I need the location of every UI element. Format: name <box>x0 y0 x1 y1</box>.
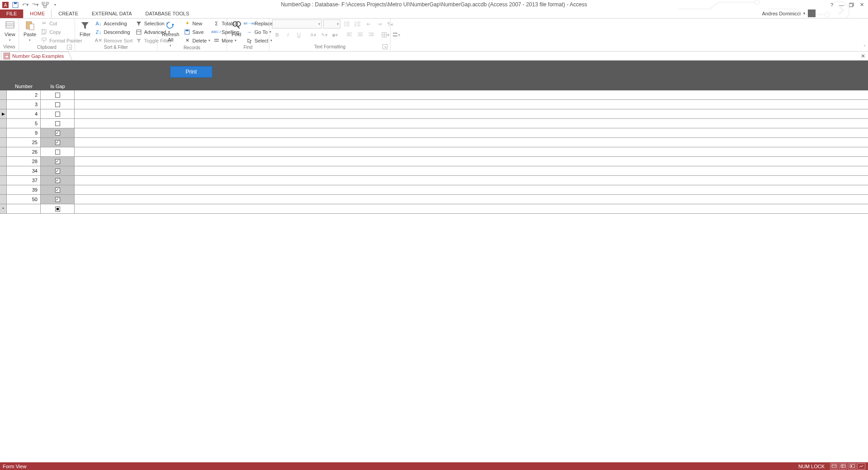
numbering-icon[interactable]: 123 <box>353 19 363 28</box>
align-right-icon[interactable] <box>366 30 376 39</box>
bullets-icon[interactable] <box>342 19 352 28</box>
table-row[interactable]: ▶4 <box>0 109 868 119</box>
tab-external-data[interactable]: EXTERNAL DATA <box>85 9 138 18</box>
table-row[interactable]: 37✓ <box>0 176 868 185</box>
row-selector[interactable] <box>0 138 7 147</box>
filter-button[interactable]: Filter <box>78 19 92 37</box>
cell-isgap[interactable] <box>41 119 75 128</box>
checkbox-icon[interactable] <box>55 93 60 98</box>
checkbox-icon[interactable]: ✓ <box>55 169 60 174</box>
print-button[interactable]: Print <box>170 66 212 78</box>
redo-icon[interactable]: ↷▾ <box>32 1 39 9</box>
new-record-row[interactable]: * <box>0 204 868 214</box>
cell-number[interactable] <box>7 204 41 213</box>
delete-button[interactable]: ✕Delete▾ <box>184 37 211 44</box>
checkbox-icon[interactable] <box>55 207 60 212</box>
layout-view-icon[interactable] <box>848 463 856 470</box>
cell-isgap[interactable]: ✓ <box>41 157 75 166</box>
datasheet-view-icon[interactable] <box>839 463 847 470</box>
cell-isgap[interactable] <box>41 147 75 156</box>
row-selector[interactable] <box>0 128 7 137</box>
row-selector[interactable] <box>0 176 7 185</box>
user-account[interactable]: Andres Dominicci▾ <box>762 9 816 17</box>
select-button[interactable]: Select▾ <box>246 37 273 44</box>
indent-increase-icon[interactable]: ⇥ <box>374 19 384 28</box>
cell-number[interactable]: 4 <box>7 109 41 118</box>
font-size-combo[interactable]: ▾ <box>323 19 340 28</box>
table-row[interactable]: 5 <box>0 119 868 128</box>
cell-isgap[interactable] <box>41 90 75 99</box>
checkbox-icon[interactable]: ✓ <box>55 197 60 202</box>
table-row[interactable]: 26 <box>0 147 868 157</box>
row-selector[interactable] <box>0 185 7 194</box>
cell-number[interactable]: 28 <box>7 157 41 166</box>
checkbox-icon[interactable] <box>55 102 60 107</box>
remove-sort-button[interactable]: A✕Remove Sort <box>95 37 132 44</box>
row-selector[interactable]: * <box>0 204 7 213</box>
row-selector[interactable] <box>0 119 7 128</box>
cell-isgap[interactable] <box>41 100 75 109</box>
checkbox-icon[interactable]: ✓ <box>55 178 60 183</box>
cell-isgap[interactable]: ✓ <box>41 166 75 175</box>
tab-database-tools[interactable]: DATABASE TOOLS <box>138 9 196 18</box>
paste-button[interactable]: Paste ▾ <box>22 19 38 42</box>
cell-isgap[interactable] <box>41 109 75 118</box>
checkbox-icon[interactable]: ✓ <box>55 159 60 164</box>
checkbox-icon[interactable] <box>55 121 60 126</box>
doc-tab[interactable]: Number Gap Examples <box>1 52 69 60</box>
tab-file[interactable]: FILE <box>0 9 23 18</box>
gridlines-icon[interactable]: ▾ <box>381 30 391 39</box>
alt-row-color-icon[interactable]: ▾ <box>392 30 401 39</box>
cell-number[interactable]: 37 <box>7 176 41 185</box>
ribbon-collapse-icon[interactable]: ˆ <box>864 45 865 50</box>
form-view-icon[interactable] <box>830 463 838 470</box>
row-selector[interactable] <box>0 166 7 175</box>
text-direction-icon[interactable]: ¶◂ <box>385 19 395 28</box>
goto-button[interactable]: →Go To▾ <box>246 28 273 36</box>
font-combo[interactable]: ▾ <box>272 19 322 28</box>
table-row[interactable]: 28✓ <box>0 157 868 166</box>
view-button[interactable]: View ▾ <box>3 19 17 42</box>
undo-icon[interactable]: ↶▾ <box>22 1 29 9</box>
bold-icon[interactable]: B <box>272 30 282 39</box>
qat-customize-icon[interactable]: ▾ <box>52 1 59 9</box>
table-row[interactable]: 25✓ <box>0 138 868 147</box>
italic-icon[interactable]: I <box>283 30 293 39</box>
checkbox-icon[interactable]: ✓ <box>55 131 60 136</box>
tab-home[interactable]: HOME <box>23 9 52 18</box>
table-row[interactable]: 39✓ <box>0 185 868 195</box>
cell-isgap[interactable]: ✓ <box>41 138 75 147</box>
fill-color-icon[interactable]: ◆▾ <box>330 30 340 39</box>
underline-icon[interactable]: U <box>294 30 304 39</box>
table-row[interactable]: 34✓ <box>0 166 868 176</box>
minimize-icon[interactable]: ― <box>837 1 846 9</box>
find-button[interactable]: Find <box>230 19 243 37</box>
close-icon[interactable]: ✕ <box>857 1 866 9</box>
cell-number[interactable]: 5 <box>7 119 41 128</box>
relationships-icon[interactable] <box>42 1 49 9</box>
cell-number[interactable]: 39 <box>7 185 41 194</box>
table-row[interactable]: 2 <box>0 90 868 100</box>
checkbox-icon[interactable] <box>55 112 60 117</box>
save-icon[interactable] <box>12 1 19 9</box>
row-selector[interactable] <box>0 157 7 166</box>
cell-isgap[interactable]: ✓ <box>41 195 75 204</box>
row-selector[interactable] <box>0 195 7 204</box>
tab-create[interactable]: CREATE <box>52 9 85 18</box>
checkbox-icon[interactable]: ✓ <box>55 188 60 193</box>
table-row[interactable]: 3 <box>0 100 868 109</box>
table-row[interactable]: 9✓ <box>0 128 868 138</box>
row-selector[interactable]: ▶ <box>0 109 7 118</box>
dialog-launcher-icon[interactable]: ↘ <box>67 45 72 50</box>
cell-isgap[interactable]: ✓ <box>41 176 75 185</box>
col-header-isgap[interactable]: Is Gap <box>41 83 75 90</box>
cell-number[interactable]: 25 <box>7 138 41 147</box>
checkbox-icon[interactable] <box>55 150 60 155</box>
replace-button[interactable]: ab→acReplace <box>246 19 273 27</box>
help-icon[interactable]: ? <box>827 1 836 9</box>
ascending-button[interactable]: A↓Ascending <box>95 19 132 27</box>
dialog-launcher-icon[interactable]: ↘ <box>382 44 387 49</box>
close-document-icon[interactable]: ✕ <box>861 53 865 59</box>
cell-isgap[interactable]: ✓ <box>41 128 75 137</box>
save-button[interactable]: Save <box>184 28 211 36</box>
